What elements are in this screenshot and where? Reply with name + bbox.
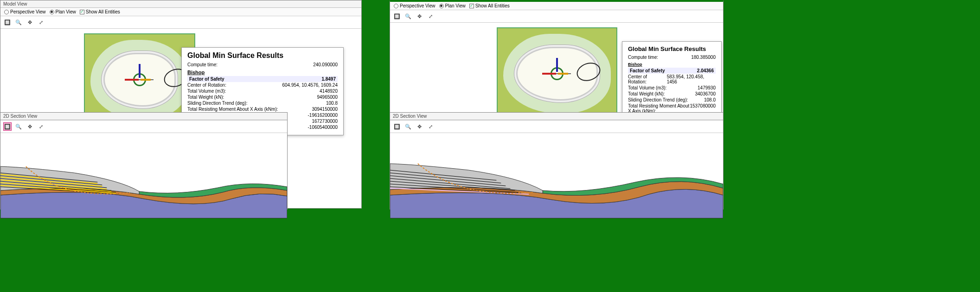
section-canvas[interactable] xyxy=(390,133,723,229)
radio-dot-icon xyxy=(394,4,398,8)
compute-time-value: 180.385000 xyxy=(691,55,716,60)
results-row-value: 34036700 xyxy=(695,91,716,96)
zoom-box-icon[interactable]: 🔲 xyxy=(3,18,12,26)
results-row-label: Total Resisting Moment About X Axis (kNm… xyxy=(187,107,278,112)
results-row-value: 94965000 xyxy=(317,95,338,100)
zoom-box-icon[interactable]: 🔲 xyxy=(393,122,401,131)
view-mode-toolbar: Perspective View Plan View Show All Enti… xyxy=(390,2,723,10)
model-view-toolbar: 🔲 🔍 ✥ ⤢ xyxy=(390,10,723,23)
checkbox-icon xyxy=(469,4,474,8)
results-row-label: Sliding Direction Trend (deg): xyxy=(628,97,688,102)
section-view-title: 2D Section View xyxy=(0,113,287,120)
section-view-toolbar: 🔲 🔍 ✥ ⤢ xyxy=(390,120,723,133)
results-row: Total Weight (kN):94965000 xyxy=(187,94,338,100)
section-view-toolbar: 🔲 🔍 ✥ ⤢ xyxy=(0,120,287,133)
fos-value: 2.04366 xyxy=(697,68,714,73)
results-title: Global Min Surface Results xyxy=(187,51,338,60)
fit-extents-icon[interactable]: ⤢ xyxy=(37,18,45,26)
fos-label: Factor of Safety xyxy=(630,68,665,73)
results-row-label: Total Weight (kN): xyxy=(628,91,665,96)
results-row-value: 108.0 xyxy=(704,97,716,102)
results-row-value: 604.954, 10.4576, 1609.24 xyxy=(282,83,338,88)
radio-label: Perspective View xyxy=(10,9,46,14)
model-view-toolbar: 🔲 🔍 ✥ ⤢ xyxy=(0,16,361,29)
model-view-title: Model View xyxy=(0,0,361,8)
results-title: Global Min Surface Results xyxy=(628,45,716,52)
radio-label: Plan View xyxy=(56,9,76,14)
axis-z-arrow-icon xyxy=(139,64,141,78)
pan-icon[interactable]: ✥ xyxy=(26,18,34,26)
fit-extents-icon[interactable]: ⤢ xyxy=(426,12,435,20)
checkbox-icon xyxy=(80,10,84,14)
fit-extents-icon[interactable]: ⤢ xyxy=(37,122,45,131)
results-row: Total Volume (m3):4148920 xyxy=(187,88,338,94)
checkbox-show-all-entities[interactable]: Show All Entities xyxy=(80,9,120,14)
results-row-label: Total Volume (m3): xyxy=(187,89,226,94)
compute-time-label: Compute time: xyxy=(628,55,658,60)
axis-y-arrow-icon xyxy=(558,73,568,75)
fos-value: 1.8497 xyxy=(321,76,336,82)
results-row-label: Center of Rotation: xyxy=(628,74,667,84)
results-row-label: Total Weight (kN): xyxy=(187,95,224,100)
results-row-value: -10605400000 xyxy=(307,125,338,130)
section-view-title: 2D Section View xyxy=(390,113,723,120)
method-name: Bishop xyxy=(187,70,338,75)
checkbox-show-all-entities[interactable]: Show All Entities xyxy=(469,3,510,8)
results-row: Sliding Direction Trend (deg):108.0 xyxy=(628,97,716,103)
results-row-label: Sliding Direction Trend (deg): xyxy=(187,101,248,106)
view-mode-toolbar: Perspective View Plan View Show All Enti… xyxy=(0,8,361,16)
results-row: Center of Rotation:583.954, 120.458, 145… xyxy=(628,74,716,85)
results-row-value: 3094150000 xyxy=(312,107,338,112)
radio-dot-icon xyxy=(439,4,444,8)
radio-dot-icon xyxy=(4,10,9,14)
pan-icon[interactable]: ✥ xyxy=(415,12,423,20)
radio-plan-view[interactable]: Plan View xyxy=(439,3,466,8)
results-row: Sliding Direction Trend (deg):100.8 xyxy=(187,100,338,106)
results-row: Total Weight (kN):34036700 xyxy=(628,91,716,97)
checkbox-label: Show All Entities xyxy=(86,9,120,14)
results-row-value: -19616200000 xyxy=(307,113,338,118)
results-row: Total Volume (m3):1479930 xyxy=(628,85,716,91)
magnifier-icon[interactable]: 🔍 xyxy=(404,12,412,20)
fos-label: Factor of Safety xyxy=(189,76,224,82)
radio-label: Plan View xyxy=(445,3,466,8)
magnifier-icon[interactable]: 🔍 xyxy=(14,122,23,131)
results-row-value: 4148920 xyxy=(320,89,338,94)
magnifier-icon[interactable]: 🔍 xyxy=(14,18,23,26)
results-row-value: 583.954, 120.458, 1456 xyxy=(667,74,716,84)
fit-extents-icon[interactable]: ⤢ xyxy=(426,122,435,131)
results-row-value: 1672730000 xyxy=(312,119,338,124)
zoom-box-icon[interactable]: 🔲 xyxy=(3,122,12,131)
results-row-label: Total Volume (m3): xyxy=(628,85,666,90)
radio-plan-view[interactable]: Plan View xyxy=(50,9,76,14)
magnifier-icon[interactable]: 🔍 xyxy=(404,122,412,131)
plan-view-map xyxy=(497,27,617,120)
section-view-window-right: 2D Section View 🔲 🔍 ✥ ⤢ xyxy=(390,112,724,209)
axis-y-arrow-icon xyxy=(141,79,151,81)
section-view-window-left: 2D Section View 🔲 🔍 ✥ ⤢ xyxy=(0,112,288,209)
radio-perspective-view[interactable]: Perspective View xyxy=(394,3,436,8)
pan-icon[interactable]: ✥ xyxy=(415,122,423,131)
axis-x-arrow-icon xyxy=(125,79,139,81)
results-row-value: 100.8 xyxy=(326,101,338,106)
axis-z-arrow-icon xyxy=(556,58,558,72)
results-row-value: 1479930 xyxy=(698,85,716,90)
radio-perspective-view[interactable]: Perspective View xyxy=(4,9,46,14)
results-row: Center of Rotation:604.954, 10.4576, 160… xyxy=(187,82,338,88)
compute-time-label: Compute time: xyxy=(187,62,218,67)
axis-x-arrow-icon xyxy=(542,73,556,75)
method-name: Bishop xyxy=(628,62,716,67)
pan-icon[interactable]: ✥ xyxy=(26,122,34,131)
section-canvas[interactable] xyxy=(0,133,287,229)
results-row: Total Resisting Moment About X Axis (kNm… xyxy=(187,106,338,112)
results-row-label: Center of Rotation: xyxy=(187,83,226,88)
radio-label: Perspective View xyxy=(400,3,436,8)
zoom-box-icon[interactable]: 🔲 xyxy=(393,12,401,20)
radio-dot-icon xyxy=(50,10,54,14)
checkbox-label: Show All Entities xyxy=(475,3,510,8)
compute-time-value: 240.090000 xyxy=(313,62,338,67)
